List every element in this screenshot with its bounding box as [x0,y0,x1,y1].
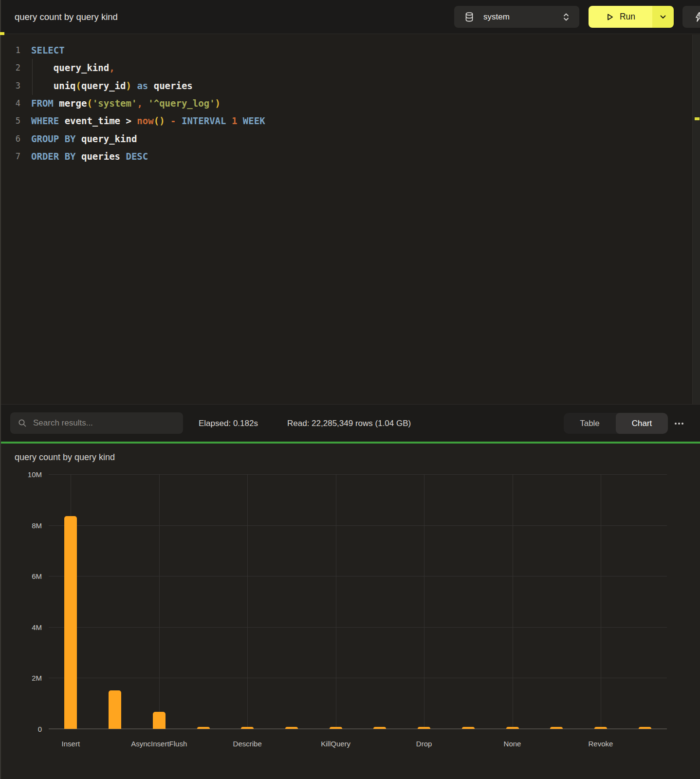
more-options-button[interactable] [672,418,686,429]
x-tick-label: Describe [233,740,262,748]
results-toolbar: Elapsed: 0.182s Read: 22,285,349 rows (1… [0,404,700,442]
code-line: 5WHERE event_time > now() - INTERVAL 1 W… [0,112,690,130]
code-line: 2 query_kind, [0,59,690,76]
line-number: 7 [0,151,20,161]
bar-KillQuery[interactable] [330,727,342,729]
v-gridline [424,474,424,729]
h-gridline [49,678,667,678]
line-number: 1 [0,45,20,55]
code-text: FROM merge('system', '^query_log') [31,98,221,109]
chart-title: query count by query kind [15,452,115,463]
x-tick-label: Insert [62,740,80,748]
y-tick-label: 8M [32,521,42,529]
code-text: query_kind, [31,62,115,73]
chevron-up-down-icon [563,12,570,22]
bar-unlabeled-4[interactable] [197,727,210,729]
code-text: ORDER BY queries DESC [31,151,148,162]
database-selector-value: system [483,12,563,22]
code-text: uniq(query_id) as queries [31,80,193,91]
v-gridline [247,474,248,729]
y-tick-label: 6M [32,572,42,580]
line-number: 4 [0,98,20,108]
search-results-box[interactable] [10,412,183,434]
view-toggle: Table Chart [564,413,668,434]
chart-plot [49,474,667,729]
code-text: SELECT [31,45,65,56]
y-tick-label: 4M [32,623,42,631]
bar-unlabeled-6[interactable] [285,727,298,729]
y-tick-label: 0 [38,725,42,733]
y-axis-labels: 02M4M6M8M10M [0,474,42,729]
line-number: 5 [0,116,20,126]
sql-console: query count by query kind system [0,0,700,779]
read-stat: Read: 22,285,349 rows (1.04 GB) [287,405,411,442]
line-number: 3 [0,81,20,91]
sql-editor[interactable]: 1SELECT2 query_kind,3 uniq(query_id) as … [0,35,700,404]
database-icon [465,12,474,22]
v-gridline [513,474,513,729]
bar-unlabeled-2[interactable] [109,690,121,729]
run-button-label: Run [620,12,635,22]
v-gridline [336,474,336,729]
bar-AsyncInsertFlush[interactable] [153,712,166,729]
bar-Insert[interactable] [64,516,77,729]
chevron-down-icon [660,15,666,19]
h-gridline [49,627,667,628]
line-number: 2 [0,63,20,73]
code-text: GROUP BY query_kind [31,133,137,144]
bar-Describe[interactable] [241,727,254,729]
run-button[interactable]: Run [589,6,674,28]
bar-unlabeled-10[interactable] [462,727,475,729]
h-gridline [49,474,667,475]
h-gridline [49,525,667,526]
code-lines: 1SELECT2 query_kind,3 uniq(query_id) as … [0,41,690,165]
run-options-dropdown[interactable] [652,6,674,28]
x-tick-label: AsyncInsertFlush [131,740,187,748]
search-results-input[interactable] [33,418,176,428]
search-icon [18,419,27,427]
code-line: 3 uniq(query_id) as queries [0,77,690,94]
database-selector[interactable]: system [454,6,579,28]
x-tick-label: KillQuery [321,740,350,748]
bar-unlabeled-14[interactable] [639,727,651,729]
query-title: query count by query kind [15,0,118,34]
x-tick-label: Drop [416,740,432,748]
editor-top-scroll-marker [0,32,4,35]
more-options-icon [675,423,677,425]
window-left-edge [0,0,1,779]
editor-scrollbar[interactable] [692,35,700,404]
chart-panel: query count by query kind 02M4M6M8M10M I… [0,444,700,779]
h-gridline [49,576,667,576]
bar-Drop[interactable] [418,727,430,729]
bar-unlabeled-12[interactable] [550,727,563,729]
tab-table[interactable]: Table [564,413,616,434]
v-gridline [159,474,160,729]
play-icon [606,13,614,21]
line-number: 6 [0,134,20,144]
x-axis-baseline [49,728,667,729]
code-line: 7ORDER BY queries DESC [0,148,690,165]
y-tick-label: 10M [28,470,42,479]
lightning-icon [694,12,700,22]
toolbar-extra-button[interactable] [682,6,700,28]
bar-None[interactable] [506,727,519,729]
elapsed-stat: Elapsed: 0.182s [199,405,258,442]
x-axis-labels: InsertAsyncInsertFlushDescribeKillQueryD… [49,736,667,750]
code-line: 4FROM merge('system', '^query_log') [0,94,690,112]
bar-unlabeled-8[interactable] [373,727,386,729]
code-line: 6GROUP BY query_kind [0,130,690,147]
top-bar: query count by query kind system [0,0,700,34]
x-tick-label: None [504,740,521,748]
code-text: WHERE event_time > now() - INTERVAL 1 WE… [31,115,265,126]
bar-Revoke[interactable] [594,727,607,729]
v-gridline [601,474,601,729]
tab-chart[interactable]: Chart [616,413,668,434]
y-tick-label: 2M [32,674,42,682]
x-tick-label: Revoke [588,740,613,748]
code-line: 1SELECT [0,41,690,59]
scrollbar-annotation-marker [695,117,700,120]
run-button-main[interactable]: Run [589,6,652,28]
